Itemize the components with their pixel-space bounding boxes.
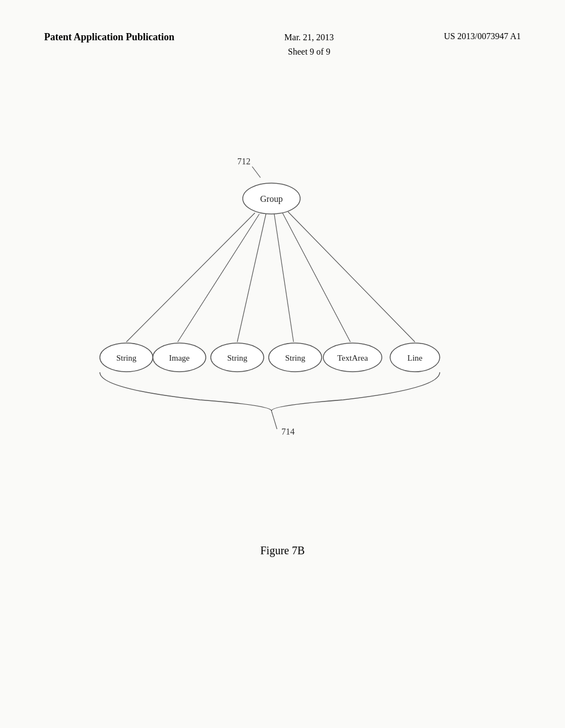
line-to-line	[288, 212, 415, 342]
child-line-label: Line	[407, 354, 423, 362]
figure-caption-text: Figure 7B	[260, 544, 305, 556]
child-textarea-label: TextArea	[337, 354, 368, 362]
line-to-string1	[126, 213, 255, 342]
child-string3-label: String	[285, 354, 306, 362]
root-node-label: Group	[260, 194, 283, 204]
publication-date: Mar. 21, 2013	[284, 33, 334, 42]
line-to-string2	[237, 214, 266, 342]
diagram-svg: 712 Group String Image	[89, 143, 476, 463]
publication-date-sheet: Mar. 21, 2013 Sheet 9 of 9	[284, 30, 334, 58]
brace-arrow	[271, 411, 277, 429]
brace-left	[100, 372, 271, 411]
diagram-container: 712 Group String Image	[89, 143, 476, 463]
line-to-string3	[274, 214, 294, 342]
line-to-textarea	[282, 213, 350, 342]
publication-number: US 2013/0073947 A1	[444, 30, 521, 42]
sheet-info: Sheet 9 of 9	[288, 47, 331, 56]
root-label: 712	[237, 157, 250, 166]
svg-line-0	[252, 167, 260, 178]
page-header: Patent Application Publication Mar. 21, …	[0, 30, 565, 58]
publication-title: Patent Application Publication	[44, 30, 174, 44]
child-string2-label: String	[227, 354, 248, 362]
page: Patent Application Publication Mar. 21, …	[0, 0, 565, 728]
brace-label: 714	[281, 427, 295, 436]
brace-right	[271, 372, 440, 411]
child-image-label: Image	[169, 354, 190, 362]
figure-caption: Figure 7B	[260, 544, 305, 557]
child-string1-label: String	[116, 354, 137, 362]
